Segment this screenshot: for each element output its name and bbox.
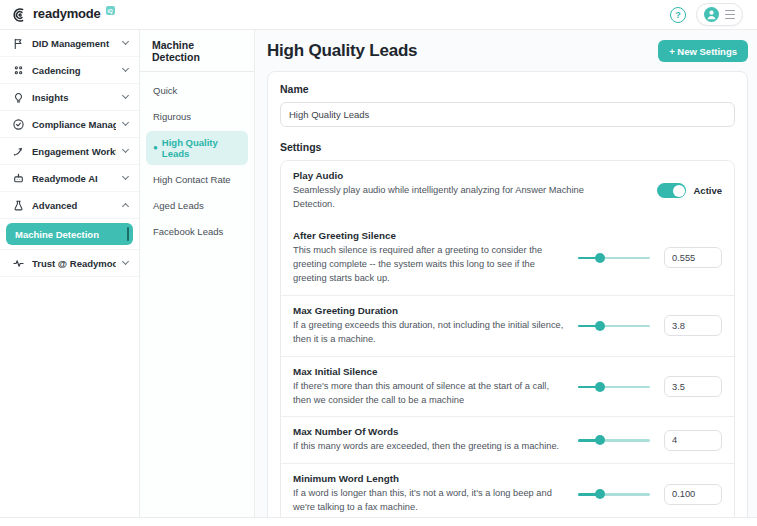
- subnav-item-quick[interactable]: ● Quick: [146, 79, 248, 102]
- setting-description: Seamlessly play audio while intelligentl…: [293, 184, 623, 212]
- toggle-state-label: Active: [693, 185, 722, 196]
- setting-text: After Greeting Silence This much silence…: [293, 230, 578, 286]
- robot-icon: [12, 172, 25, 185]
- slider-knob[interactable]: [595, 382, 605, 392]
- play-audio-toggle-wrap: Active: [657, 183, 722, 198]
- brand-name: readymode: [33, 6, 101, 21]
- brand-iq-badge: iQ: [106, 6, 115, 15]
- check-circle-icon: [12, 118, 25, 131]
- help-icon[interactable]: ?: [670, 7, 686, 23]
- setting-value-input[interactable]: [664, 376, 722, 397]
- subnav-item-high-contact-rate[interactable]: ● High Contact Rate: [146, 168, 248, 191]
- subnav-item-facebook-leads[interactable]: ● Facebook Leads: [146, 220, 248, 243]
- setting-row-minimum-word-length: Minimum Word Length If a word is longer …: [281, 463, 734, 517]
- subnav-item-rigurous[interactable]: ● Rigurous: [146, 105, 248, 128]
- setting-title: Max Number Of Words: [293, 426, 564, 437]
- setting-description: If a word is longer than this, it's not …: [293, 487, 564, 515]
- setting-title: After Greeting Silence: [293, 230, 564, 241]
- settings-group: Play Audio Seamlessly play audio while i…: [280, 160, 735, 517]
- page-title: High Quality Leads: [267, 41, 417, 61]
- setting-row-max-greeting-duration: Max Greeting Duration If a greeting exce…: [281, 295, 734, 356]
- top-bar-actions: ?: [670, 3, 743, 26]
- flag-icon: [12, 37, 25, 50]
- setting-text: Max Greeting Duration If a greeting exce…: [293, 305, 578, 347]
- setting-slider[interactable]: [578, 321, 650, 331]
- slider-knob[interactable]: [595, 253, 605, 263]
- name-section-label: Name: [280, 83, 735, 95]
- sidebar-item-trust-readymode[interactable]: Trust @ Readymode: [0, 250, 139, 277]
- bulb-icon: [12, 91, 25, 104]
- slider-knob[interactable]: [595, 489, 605, 499]
- sidebar-item-engagement-workflows[interactable]: Engagement Workflows: [0, 138, 139, 165]
- readymode-logo-icon: [12, 7, 28, 23]
- setting-description: If this many words are exceeded, then th…: [293, 440, 564, 454]
- setting-title: Minimum Word Length: [293, 473, 564, 484]
- setting-slider[interactable]: [578, 253, 650, 263]
- name-input[interactable]: [280, 102, 735, 127]
- chevron-down-icon: [122, 258, 129, 265]
- app-window: readymode iQ ? DID Management Cadencing …: [0, 0, 757, 526]
- workflow-icon: [12, 145, 25, 158]
- sidebar-item-insights[interactable]: Insights: [0, 84, 139, 111]
- active-bullet-icon: ●: [153, 144, 158, 152]
- setting-text: Max Number Of Words If this many words a…: [293, 426, 578, 454]
- subnav-item-aged-leads[interactable]: ● Aged Leads: [146, 194, 248, 217]
- setting-value-input[interactable]: [664, 484, 722, 505]
- sidebar-item-compliance-management[interactable]: Compliance Management: [0, 111, 139, 138]
- secondary-sidebar: Machine Detection ● Quick ● Rigurous ● H…: [140, 30, 255, 517]
- main-panel: High Quality Leads + New Settings Name S…: [255, 30, 757, 517]
- setting-slider[interactable]: [578, 382, 650, 392]
- setting-row-max-number-of-words: Max Number Of Words If this many words a…: [281, 416, 734, 463]
- slider-knob[interactable]: [595, 321, 605, 331]
- setting-text: Max Initial Silence If there's more than…: [293, 366, 578, 408]
- setting-value-input[interactable]: [664, 430, 722, 451]
- top-bar: readymode iQ ?: [0, 0, 757, 30]
- chevron-down-icon: [122, 92, 129, 99]
- setting-description: This much silence is required after a gr…: [293, 244, 564, 286]
- new-settings-button[interactable]: + New Settings: [658, 40, 748, 62]
- setting-title: Play Audio: [293, 170, 643, 181]
- settings-section-label: Settings: [280, 141, 735, 153]
- primary-sidebar: DID Management Cadencing Insights Compli…: [0, 30, 140, 517]
- sidebar-item-did-management[interactable]: DID Management: [0, 30, 139, 57]
- sidebar-item-machine-detection[interactable]: Machine Detection: [6, 223, 133, 245]
- sidebar-item-advanced[interactable]: Advanced: [0, 192, 139, 219]
- user-avatar-icon: [704, 7, 719, 22]
- chevron-down-icon: [122, 65, 129, 72]
- subnav-list: ● Quick ● Rigurous ● High Quality Leads …: [140, 72, 254, 250]
- content-columns: DID Management Cadencing Insights Compli…: [0, 30, 757, 518]
- setting-title: Max Initial Silence: [293, 366, 564, 377]
- setting-value-input[interactable]: [664, 247, 722, 268]
- setting-description: If a greeting exceeds this duration, not…: [293, 319, 564, 347]
- play-audio-toggle[interactable]: [657, 183, 686, 198]
- sidebar-item-readymode-ai[interactable]: Readymode AI: [0, 165, 139, 192]
- setting-description: If there's more than this amount of sile…: [293, 380, 564, 408]
- chevron-down-icon: [122, 146, 129, 153]
- setting-text: Minimum Word Length If a word is longer …: [293, 473, 578, 515]
- subnav-item-high-quality-leads[interactable]: ● High Quality Leads: [146, 131, 248, 165]
- active-indicator-bar: [127, 227, 130, 241]
- setting-title: Max Greeting Duration: [293, 305, 564, 316]
- slider-knob[interactable]: [595, 435, 605, 445]
- hamburger-menu-icon: [725, 10, 735, 19]
- dots-icon: [12, 64, 25, 77]
- sidebar-item-cadencing[interactable]: Cadencing: [0, 57, 139, 84]
- user-menu-button[interactable]: [696, 3, 743, 26]
- setting-row-after-greeting-silence: After Greeting Silence This much silence…: [281, 221, 734, 295]
- setting-row-max-initial-silence: Max Initial Silence If there's more than…: [281, 356, 734, 417]
- chevron-down-icon: [122, 119, 129, 126]
- toggle-knob: [673, 185, 685, 197]
- main-header: High Quality Leads + New Settings: [267, 40, 748, 62]
- setting-value-input[interactable]: [664, 315, 722, 336]
- pulse-icon: [12, 257, 25, 270]
- chevron-down-icon: [122, 173, 129, 180]
- subnav-title: Machine Detection: [140, 30, 254, 72]
- brand-logo[interactable]: readymode iQ: [12, 6, 115, 23]
- setting-text: Play Audio Seamlessly play audio while i…: [293, 170, 657, 212]
- flask-icon: [12, 199, 25, 212]
- setting-slider[interactable]: [578, 435, 650, 445]
- setting-slider[interactable]: [578, 489, 650, 499]
- chevron-down-icon: [122, 38, 129, 45]
- chevron-up-icon: [122, 203, 129, 210]
- setting-row-play-audio: Play Audio Seamlessly play audio while i…: [281, 161, 734, 221]
